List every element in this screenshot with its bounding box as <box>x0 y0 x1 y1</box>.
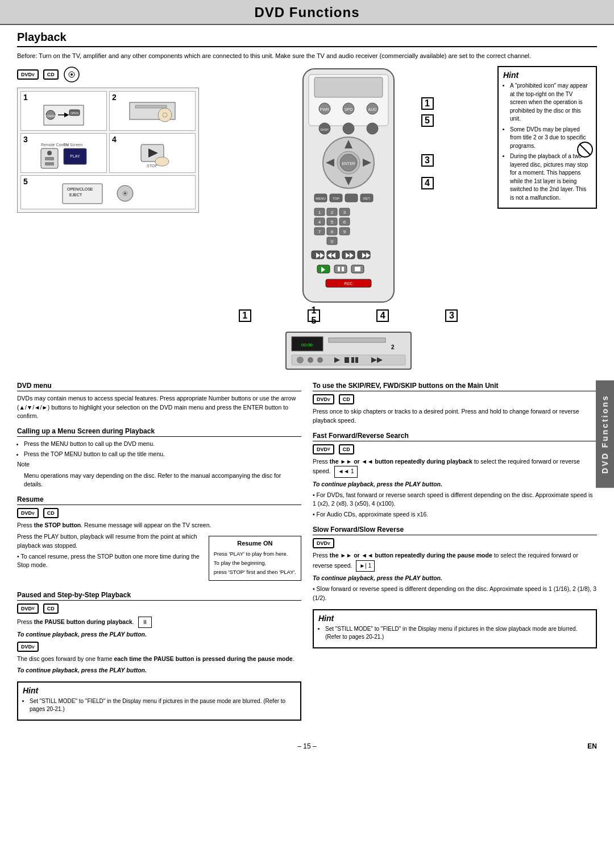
hint-box-2: Hint Set "STILL MODE" to "FIELD" in the … <box>17 681 301 721</box>
calling-menu-note-text: Menu operations may vary depending on th… <box>17 472 301 489</box>
ff-text-2: To continue playback, press the PLAY but… <box>313 480 597 489</box>
svg-point-30 <box>124 192 126 195</box>
hint-item-1-1: A "prohibited icon" may appear at the to… <box>510 82 591 123</box>
resume-box-title: Resume ON <box>214 539 296 548</box>
paused-icons: DVDV CD <box>17 604 301 614</box>
calling-menu-item-1: Press the MENU button to call up the DVD… <box>24 440 301 448</box>
paused-dvdv-body: The disc goes forward by one frame each … <box>17 655 301 674</box>
svg-point-106 <box>308 357 313 363</box>
svg-text:6: 6 <box>343 220 346 225</box>
svg-line-116 <box>580 144 590 155</box>
page-footer: – 15 – EN <box>0 738 614 755</box>
paused-text-3: The disc goes forward by one frame each … <box>17 655 301 663</box>
slow-forward-section: Slow Forward/Slow Reverse DVDV Press the… <box>313 526 597 602</box>
step-box-2: 2 <box>109 91 196 131</box>
svg-text:MENU: MENU <box>316 197 326 200</box>
paused-section: Paused and Step-by-Step Playback DVDV CD… <box>17 591 301 675</box>
sf-dvdv-badge: DVDV <box>313 538 334 548</box>
step5-svg: OPEN/CLOSE EJECT <box>57 178 159 206</box>
lower-content: DVD menu DVDs may contain menus to acces… <box>17 382 597 726</box>
svg-rect-10 <box>135 105 167 108</box>
resume-text-1: Press the STOP button. Resume message wi… <box>17 521 301 530</box>
dvd-menu-section: DVD menu DVDs may contain menus to acces… <box>17 382 301 420</box>
paused-title: Paused and Step-by-Step Playback <box>17 591 301 601</box>
resume-box: Resume ON Press 'PLAY' to play from here… <box>209 536 301 580</box>
hint-title-2: Hint <box>23 686 296 695</box>
calling-menu-note-label: Note <box>17 460 301 469</box>
hint-item-2-1: Set "STILL MODE" to "FIELD" in the Displ… <box>30 697 296 714</box>
deck-svg: 00:00 2 <box>283 326 414 375</box>
calling-menu-body: Press the MENU button to call up the DVD… <box>17 440 301 489</box>
resume-title: Resume <box>17 495 301 505</box>
step-box-4: 4 STOP <box>109 133 196 173</box>
skip-rev-title: To use the SKIP/REV, FWD/SKIP buttons on… <box>313 382 597 391</box>
svg-text:7: 7 <box>318 229 321 234</box>
svg-rect-18 <box>45 162 54 166</box>
deck-illustration: 00:00 2 <box>205 326 492 376</box>
svg-point-105 <box>297 357 304 363</box>
svg-point-42 <box>343 123 354 134</box>
svg-rect-101 <box>329 338 385 342</box>
resume-left-text: Press the PLAY button, playback will res… <box>17 532 203 572</box>
hint-title-1: Hint <box>503 71 591 80</box>
callout-1-top: 1 <box>421 97 434 110</box>
dvdv-badge: DVDV <box>17 69 39 80</box>
intro-text: Before: Turn on the TV, amplifier and an… <box>17 52 597 60</box>
paused-body: Press the PAUSE button during playback. … <box>17 617 301 639</box>
sf-text-2: To continue playback, press the PLAY but… <box>313 574 597 582</box>
resume-body: Press the STOP button. Resume message wi… <box>17 521 301 584</box>
ff-cd-badge: CD <box>339 444 354 454</box>
svg-text:OPEN/CLOSE: OPEN/CLOSE <box>67 187 93 191</box>
hint-item-1-3: During the playback of a two-layered dis… <box>510 152 591 202</box>
bottom-callout-1: 1 <box>239 309 251 322</box>
svg-text:00:00: 00:00 <box>301 342 313 348</box>
page-number: – 15 – <box>297 742 316 750</box>
svg-text:RET: RET <box>363 197 370 200</box>
paused-text-1: Press the PAUSE button during playback. … <box>17 617 301 629</box>
svg-rect-97 <box>355 267 360 271</box>
paused-dvdv-only-icons: DVDV <box>17 642 301 652</box>
step4-svg: STOP <box>127 136 178 170</box>
hint-title-3: Hint <box>318 614 591 623</box>
svg-point-16 <box>47 151 52 155</box>
svg-text:0: 0 <box>330 239 333 244</box>
svg-rect-56 <box>345 194 358 202</box>
svg-text:OPEN: OPEN <box>70 111 79 115</box>
en-label: EN <box>587 742 597 750</box>
svg-rect-110 <box>351 357 354 363</box>
svg-text:4: 4 <box>318 220 321 225</box>
paused-dvdv-only-badge: DVDV <box>17 642 39 652</box>
skip-dvdv-badge: DVDV <box>313 394 334 404</box>
svg-text:TV Screen: TV Screen <box>64 143 82 147</box>
step1-svg: POWER OPEN <box>38 94 89 128</box>
hint-list-2: Set "STILL MODE" to "FIELD" in the Displ… <box>23 697 296 714</box>
svg-point-107 <box>317 357 323 363</box>
step2-svg <box>127 94 178 128</box>
svg-text:1: 1 <box>318 210 321 215</box>
resume-text-2: Press the PLAY button, playback will res… <box>17 532 203 549</box>
callout-5-top: 5 <box>421 114 434 127</box>
svg-rect-95 <box>342 267 344 271</box>
svg-text:DISP: DISP <box>320 128 328 131</box>
prohibited-icon <box>577 142 593 158</box>
svg-text:PLAY: PLAY <box>70 154 80 158</box>
svg-rect-111 <box>355 357 358 363</box>
svg-rect-17 <box>45 157 54 160</box>
paused-cd-badge: CD <box>43 604 59 614</box>
ff-text-3: • For DVDs, fast forward or reverse sear… <box>313 491 597 508</box>
svg-text:2: 2 <box>330 210 333 215</box>
sf-icons: DVDV <box>313 538 597 548</box>
skip-rev-icons: DVDV CD <box>313 394 597 404</box>
ff-body: Press the ►► or ◄◄ button repeatedly dur… <box>313 457 597 519</box>
skip-rev-body: Press once to skip chapters or tracks to… <box>313 407 597 424</box>
disc-icon <box>63 66 80 83</box>
bottom-callout-4: 4 <box>376 309 389 322</box>
bottom-callouts: 1 15 4 3 <box>205 309 492 322</box>
remote-svg-wrap: PWR SPD AUD DISP <box>280 66 417 305</box>
svg-text:PWR: PWR <box>320 108 329 111</box>
svg-rect-109 <box>345 357 349 363</box>
sf-body: Press the ►► or ◄◄ button repeatedly dur… <box>313 551 597 602</box>
sf-text-1: Press the ►► or ◄◄ button repeatedly dur… <box>313 551 597 572</box>
skip-rev-text: Press once to skip chapters or tracks to… <box>313 407 597 424</box>
step-box-3: 3 Remote Control TV Screen PLAY <box>20 133 107 173</box>
